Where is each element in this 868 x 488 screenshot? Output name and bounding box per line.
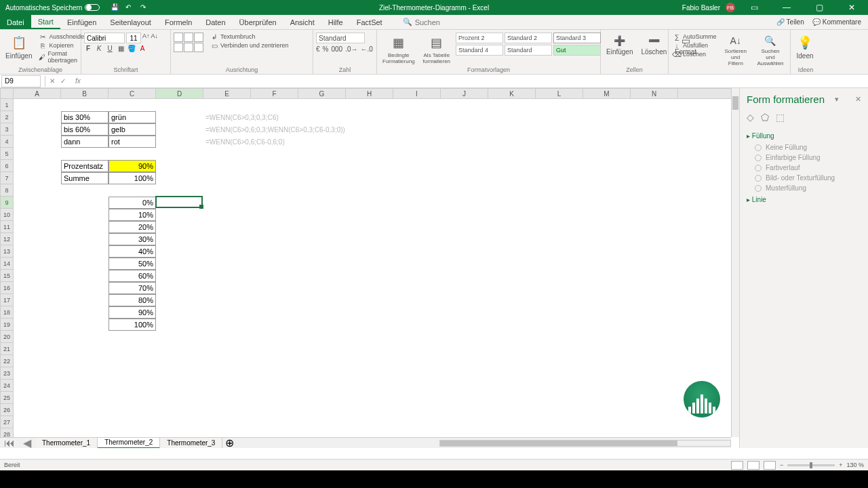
row-header-23[interactable]: 23 [1,367,13,380]
col-header-N[interactable]: N [631,89,678,98]
col-header-K[interactable]: K [488,89,536,98]
page-break-view-button[interactable] [764,461,776,470]
zoom-level[interactable]: 130 % [846,462,864,468]
zoom-in-button[interactable]: + [839,462,842,468]
decrease-font-icon[interactable]: A↓ [151,33,159,43]
style-standard4[interactable]: Standard 4 [456,45,503,56]
normal-view-button[interactable] [731,461,743,470]
cell-E3[interactable]: =WENN(C6>0,6;0,3;WENN(C6>0,3;C6-0,3;0)) [203,123,359,136]
underline-button[interactable]: U [106,45,114,52]
row-header-3[interactable]: 3 [1,123,13,136]
cell-B7[interactable]: Summe [61,172,108,184]
delete-cells-button[interactable]: ➖Löschen [638,33,669,57]
cell-C14[interactable]: 50% [108,258,156,270]
cell-E2[interactable]: =WENN(C6>0,3;0,3;C6) [203,111,359,123]
row-header-7[interactable]: 7 [1,172,13,184]
row-header-16[interactable]: 16 [1,282,13,294]
number-format-select[interactable]: Standard [316,33,365,43]
row-header-18[interactable]: 18 [1,306,13,319]
sheet-nav-first-icon[interactable]: ⏮ [0,437,19,449]
sheet-tab-3[interactable]: Thermometer_3 [160,438,222,449]
font-color-button[interactable]: A [138,45,146,52]
cell-C10[interactable]: 10% [108,209,156,221]
fill-button[interactable]: ↓Ausfüllen [671,41,718,49]
maximize-icon[interactable]: ▢ [806,0,833,15]
sheet-tab-2[interactable]: Thermometer_2 [98,438,160,449]
undo-icon[interactable]: ↶ [125,3,134,12]
currency-button[interactable]: € [316,45,320,53]
row-header-17[interactable]: 17 [1,294,13,306]
tab-einfuegen[interactable]: Einfügen [60,15,103,29]
row-header-21[interactable]: 21 [1,343,13,355]
merge-center-button[interactable]: ▭Verbinden und zentrieren [209,41,290,49]
spreadsheet-grid[interactable]: ABCDEFGHIJKLMN 1234567891011121314151617… [0,88,739,448]
tab-ueberpruefen[interactable]: Überprüfen [233,15,283,29]
increase-decimal-icon[interactable]: .0→ [345,45,357,53]
tab-factset[interactable]: FactSet [350,15,389,29]
autosum-button[interactable]: ∑AutoSumme [671,33,718,41]
minimize-icon[interactable]: — [773,0,800,15]
cell-B2[interactable]: bis 30% [61,111,108,123]
row-header-10[interactable]: 10 [1,209,13,221]
cell-C12[interactable]: 30% [108,233,156,245]
cell-C19[interactable]: 100% [108,319,156,331]
cell-B4[interactable]: dann [61,136,108,148]
cell-C18[interactable]: 90% [108,306,156,319]
row-headers[interactable]: 1234567891011121314151617181920212223242… [0,99,14,437]
cell-B6[interactable]: Prozentsatz [61,160,108,172]
style-standard3[interactable]: Standard 3 [553,33,601,43]
row-header-22[interactable]: 22 [1,355,13,367]
col-header-I[interactable]: I [393,89,441,98]
style-standard[interactable]: Standard [505,45,552,56]
fill-option-2[interactable]: Farbverlauf [755,163,861,173]
page-layout-view-button[interactable] [747,461,760,470]
cell-C17[interactable]: 80% [108,294,156,306]
select-all-corner[interactable] [0,88,14,99]
cell-C13[interactable]: 40% [108,245,156,258]
paste-button[interactable]: 📋Einfügen [3,33,35,61]
col-header-D[interactable]: D [156,89,203,98]
cell-C15[interactable]: 60% [108,270,156,282]
font-size-input[interactable] [126,33,141,43]
col-header-A[interactable]: A [14,89,61,98]
tab-seitenlayout[interactable]: Seitenlayout [103,15,158,29]
col-header-H[interactable]: H [346,89,393,98]
fill-color-button[interactable]: 🪣 [127,45,136,52]
style-gut[interactable]: Gut [553,45,601,56]
cancel-formula-icon[interactable]: ✕ [50,77,55,85]
row-header-15[interactable]: 15 [1,270,13,282]
fill-option-1[interactable]: Einfarbige Füllung [755,152,861,163]
cell-C2[interactable]: grün [108,111,156,123]
cell-B3[interactable]: bis 60% [61,123,108,136]
increase-font-icon[interactable]: A↑ [142,33,150,43]
row-header-2[interactable]: 2 [1,111,13,123]
cell-C7[interactable]: 100% [108,172,156,184]
enter-formula-icon[interactable]: ✓ [60,77,66,85]
column-headers[interactable]: ABCDEFGHIJKLMN [14,88,731,99]
fill-line-tab-icon[interactable]: ◇ [747,112,754,123]
row-header-5[interactable]: 5 [1,148,13,160]
ribbon-mode-icon[interactable]: ▭ [741,0,768,15]
row-header-13[interactable]: 13 [1,245,13,258]
tab-datei[interactable]: Datei [0,15,31,29]
cell-C4[interactable]: rot [108,136,156,148]
style-prozent2[interactable]: Prozent 2 [456,33,503,43]
row-header-20[interactable]: 20 [1,331,13,343]
fill-option-0[interactable]: Keine Füllung [755,142,861,152]
sheet-nav-prev-icon[interactable]: ◀ [19,436,35,448]
sort-filter-button[interactable]: A↓Sortieren und Filtern [721,33,751,68]
alignment-grid[interactable] [174,33,203,52]
name-box[interactable]: D9 [1,75,41,87]
fill-section-toggle[interactable]: ▸ Füllung [747,129,861,142]
clear-button[interactable]: ⌫Löschen [671,50,718,58]
tab-daten[interactable]: Daten [199,15,232,29]
thousands-button[interactable]: 000 [331,45,342,53]
col-header-G[interactable]: G [298,89,346,98]
col-header-B[interactable]: B [61,89,108,98]
autosave-toggle[interactable]: Automatisches Speichern [0,4,105,12]
style-standard2[interactable]: Standard 2 [505,33,552,43]
tab-start[interactable]: Start [31,15,60,29]
row-header-26[interactable]: 26 [1,404,13,416]
fill-option-3[interactable]: Bild- oder Texturfüllung [755,173,861,183]
col-header-M[interactable]: M [583,89,631,98]
